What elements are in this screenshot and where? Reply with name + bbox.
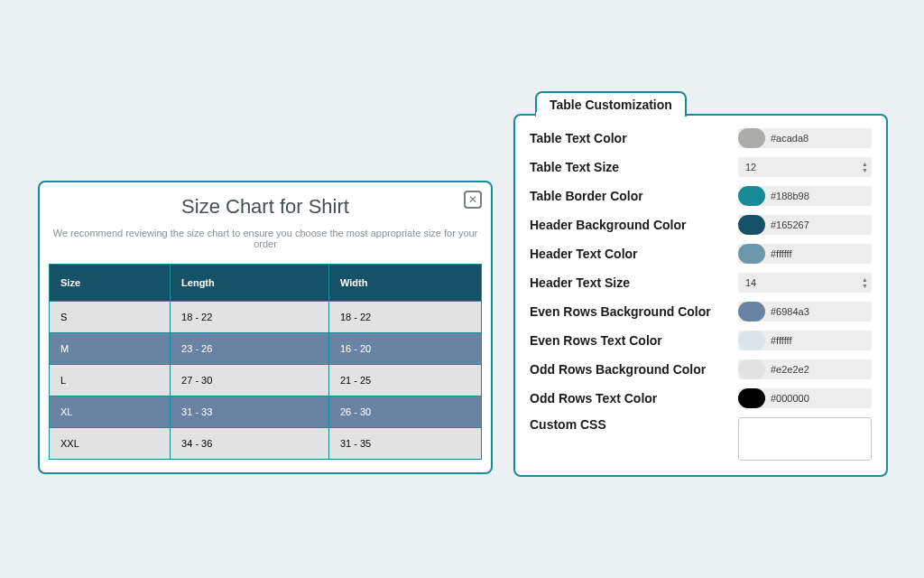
color-input[interactable]: #ffffff: [738, 331, 872, 350]
size-chart-table: Size Length Width S 18 - 22 18 - 22 M 23…: [49, 264, 482, 460]
color-input[interactable]: #188b98: [738, 186, 872, 206]
field-even-text-color: Even Rows Text Color #ffffff: [530, 331, 872, 350]
number-input[interactable]: 12 ▲▼: [738, 157, 872, 177]
col-size: Size: [50, 265, 171, 302]
field-odd-bg-color: Odd Rows Background Color #e2e2e2: [530, 359, 872, 379]
color-input[interactable]: #acada8: [738, 128, 872, 148]
field-header-text-color: Header Text Color #ffffff: [530, 244, 872, 264]
field-table-text-color: Table Text Color #acada8: [530, 128, 872, 148]
color-swatch[interactable]: [738, 128, 765, 148]
custom-css-textarea[interactable]: [738, 417, 872, 461]
color-swatch[interactable]: [738, 186, 765, 206]
table-row: S 18 - 22 18 - 22: [50, 302, 482, 333]
customization-panel: Table Text Color #acada8 Table Text Size…: [513, 114, 888, 477]
color-swatch[interactable]: [738, 244, 765, 264]
field-header-text-size: Header Text Size 14 ▲▼: [530, 273, 872, 293]
color-swatch[interactable]: [738, 331, 765, 350]
color-swatch[interactable]: [738, 388, 765, 408]
color-swatch[interactable]: [738, 302, 765, 322]
col-width: Width: [328, 265, 481, 302]
field-odd-text-color: Odd Rows Text Color #000000: [530, 388, 872, 408]
color-input[interactable]: #6984a3: [738, 302, 872, 322]
col-length: Length: [171, 265, 329, 302]
field-table-border-color: Table Border Color #188b98: [530, 186, 872, 206]
color-input[interactable]: #e2e2e2: [738, 359, 872, 379]
table-row: L 27 - 30 21 - 25: [50, 365, 482, 396]
table-row: XL 31 - 33 26 - 30: [50, 396, 482, 428]
color-swatch[interactable]: [738, 359, 765, 379]
color-input[interactable]: #ffffff: [738, 244, 872, 264]
table-row: XXL 34 - 36 31 - 35: [50, 428, 482, 460]
field-table-text-size: Table Text Size 12 ▲▼: [530, 157, 872, 177]
color-swatch[interactable]: [738, 215, 765, 235]
size-chart-modal: ✕ Size Chart for Shirt We recommend revi…: [38, 181, 493, 474]
stepper-icon[interactable]: ▲▼: [862, 276, 868, 289]
color-input[interactable]: #000000: [738, 388, 872, 408]
table-row: M 23 - 26 16 - 20: [50, 333, 482, 365]
color-input[interactable]: #165267: [738, 215, 872, 235]
stepper-icon[interactable]: ▲▼: [862, 161, 868, 173]
modal-title: Size Chart for Shirt: [49, 195, 482, 219]
close-icon[interactable]: ✕: [464, 191, 482, 209]
modal-subtitle: We recommend reviewing the size chart to…: [49, 228, 482, 249]
field-header-bg-color: Header Background Color #165267: [530, 215, 872, 235]
field-even-bg-color: Even Rows Background Color #6984a3: [530, 302, 872, 322]
number-input[interactable]: 14 ▲▼: [738, 273, 872, 293]
field-custom-css: Custom CSS: [530, 417, 872, 461]
table-header-row: Size Length Width: [50, 265, 482, 302]
